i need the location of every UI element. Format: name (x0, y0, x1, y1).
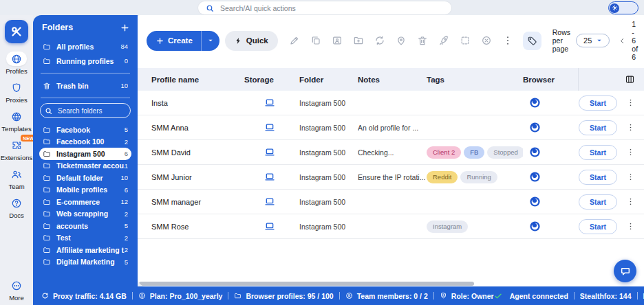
column-header-notes[interactable]: Notes (358, 76, 427, 84)
table-row[interactable]: SMM RoseInstagram 500InstagramStart (138, 214, 644, 239)
more-actions-icon[interactable] (502, 35, 513, 46)
start-button[interactable]: Start (579, 219, 617, 234)
sidebar-item-label: Proxies (6, 96, 28, 104)
folder-cell: Instagram 500 (299, 173, 358, 181)
cancel-icon[interactable] (481, 35, 492, 46)
column-header-folder[interactable]: Folder (299, 76, 358, 84)
select-area-icon[interactable] (460, 35, 471, 46)
create-button[interactable]: Create (147, 31, 219, 51)
folder-item-running-profiles[interactable]: Running profiles0 (39, 54, 131, 68)
folder-item-digital-marketing[interactable]: Digital Marketing5 (39, 256, 131, 269)
tag-badge: Client 2 (427, 146, 461, 159)
global-search[interactable] (198, 1, 451, 14)
chat-bubble-icon (620, 266, 631, 277)
folder-item-instagram-500[interactable]: Instagram 5006 (39, 148, 131, 160)
tags-cell: RedditRunning (427, 171, 523, 183)
folder-search[interactable] (40, 103, 131, 118)
folder-item-all-profiles[interactable]: All profiles84 (39, 39, 131, 54)
divider (132, 292, 133, 300)
folder-item-accounts[interactable]: accounts5 (39, 220, 131, 232)
tag-badge: Instagram (427, 221, 468, 233)
table-row[interactable]: SMM JuniorInstagram 500Ensure the IP rot… (138, 165, 644, 190)
table-row[interactable]: SMM AnnaInstagram 500An old profile for … (138, 115, 644, 140)
sidebar-item-profiles[interactable]: Profiles (0, 52, 33, 75)
browser-cell (523, 146, 578, 158)
folder-name: E-commerce (56, 198, 120, 206)
people-icon (6, 167, 27, 181)
delete-icon[interactable] (417, 35, 428, 46)
chat-support-button[interactable] (614, 260, 636, 282)
column-header-tags[interactable]: Tags (427, 76, 523, 84)
column-header-profile-name[interactable]: Profile name (138, 76, 244, 84)
add-folder-button[interactable] (120, 23, 129, 32)
sidebar-item-label: Team (8, 183, 24, 190)
folder-item-facebook[interactable]: Facebook5 (39, 124, 131, 136)
start-button[interactable]: Start (579, 95, 617, 111)
folder-name: Facebook (56, 126, 125, 134)
quick-button[interactable]: Quick (225, 31, 278, 51)
start-button[interactable]: Start (579, 120, 617, 135)
tags-button[interactable] (523, 32, 541, 50)
pin-icon[interactable] (396, 35, 407, 46)
trash-bin-item[interactable]: Trash bin 10 (39, 78, 131, 93)
sidebar-item-label: More (9, 294, 24, 302)
table-row[interactable]: SMM managerInstagram 500Start (138, 190, 644, 214)
folder-count: 1 (125, 162, 128, 170)
main-area: Create Quick Rows per page 25 (138, 15, 644, 286)
storage-cell (244, 122, 299, 133)
column-header-browser[interactable]: Browser (523, 76, 578, 84)
row-actions: Start (578, 145, 644, 160)
sync-icon[interactable] (374, 35, 385, 46)
folder-item-mobile-profiles[interactable]: Mobile profiles6 (39, 184, 131, 196)
folder-search-input[interactable] (56, 106, 126, 115)
puzzle-icon: NEW (6, 138, 27, 152)
folder-item-e-commerce[interactable]: E-commerce12 (39, 196, 131, 208)
folder-item-facebook-100[interactable]: Facebook 1002 (39, 136, 131, 148)
rocket-icon[interactable] (438, 35, 449, 46)
sidebar-item-more[interactable]: More (0, 278, 33, 302)
column-header-storage[interactable]: Storage (244, 76, 299, 84)
theme-toggle[interactable] (608, 1, 638, 14)
folder-item-web-scrapping[interactable]: Web scrapping2 (39, 208, 131, 221)
app-logo[interactable] (5, 20, 28, 43)
duplicate-icon[interactable] (310, 35, 321, 46)
table-row[interactable]: InstaInstagram 500Start (138, 91, 644, 115)
profile-name-cell: Insta (138, 99, 244, 107)
start-button[interactable]: Start (579, 170, 617, 185)
edit-icon[interactable] (289, 35, 300, 46)
trash-icon (43, 82, 51, 90)
profile-card-icon[interactable] (332, 35, 343, 46)
table-row[interactable]: SMM DavidInstagram 500Checking...Client … (138, 140, 644, 165)
columns-icon[interactable] (625, 74, 635, 84)
sidebar-item-docs[interactable]: Docs (0, 196, 33, 219)
horizontal-scrollbar[interactable] (139, 282, 474, 286)
pagination-range: 1 - 6 of 6 (632, 20, 638, 61)
move-folder-icon[interactable] (353, 35, 364, 46)
search-input[interactable] (219, 3, 451, 13)
sidebar-item-proxies[interactable]: Proxies (0, 80, 33, 104)
folder-count: 0 (125, 57, 128, 65)
row-menu-button[interactable] (626, 197, 635, 206)
row-menu-button[interactable] (626, 98, 635, 107)
folder-item-test[interactable]: Test2 (39, 232, 131, 245)
folder-item-default-folder[interactable]: Default folder10 (39, 172, 131, 184)
storage-cell (244, 196, 299, 207)
start-button[interactable]: Start (579, 194, 617, 210)
rows-per-page-select[interactable]: 25 (576, 34, 610, 47)
folder-item-affiliate-marketing-t[interactable]: Affiliate marketing t...2 (39, 244, 131, 256)
row-menu-button[interactable] (626, 172, 635, 181)
create-button-label: Create (168, 36, 193, 45)
browser-icon (529, 146, 541, 158)
row-menu-button[interactable] (626, 123, 635, 132)
folder-item-ticketmaster-accou[interactable]: Ticketmaster accou...1 (39, 160, 131, 172)
sidebar-item-templates[interactable]: Templates (0, 109, 33, 133)
start-button[interactable]: Start (579, 145, 617, 160)
storage-icon (264, 196, 275, 207)
folder-count: 5 (125, 126, 128, 133)
create-dropdown-button[interactable] (202, 38, 219, 43)
sidebar-item-extensions[interactable]: NEWExtensions (0, 138, 33, 161)
prev-page-button[interactable] (619, 38, 625, 44)
row-menu-button[interactable] (626, 222, 635, 231)
row-menu-button[interactable] (626, 148, 635, 157)
sidebar-item-team[interactable]: Team (0, 167, 33, 190)
